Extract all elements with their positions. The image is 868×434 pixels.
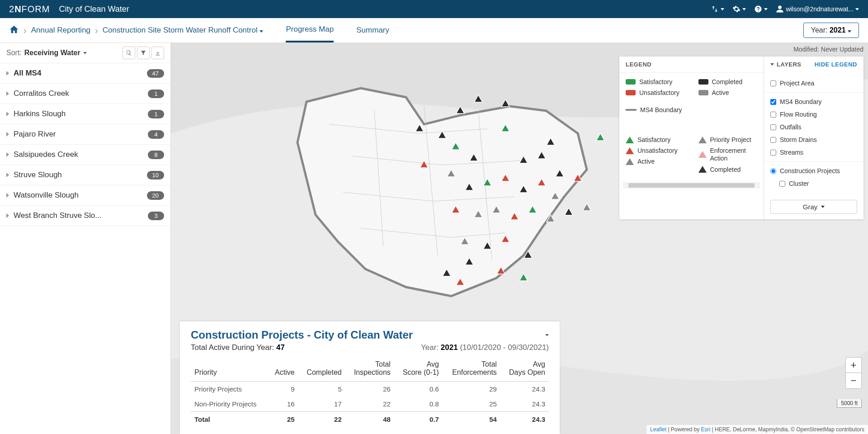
transfer-icon[interactable] [711, 5, 724, 13]
home-icon[interactable] [9, 24, 19, 37]
map[interactable]: Modified: Never Updated LEGEND [171, 43, 868, 434]
layer-toggle[interactable] [770, 99, 776, 105]
basemap-selector[interactable]: Gray [770, 200, 857, 214]
count-badge: 8 [148, 151, 164, 159]
count-badge: 47 [147, 69, 164, 78]
layer-item[interactable]: Outfalls [770, 121, 857, 133]
chevron-right-icon: › [95, 25, 98, 36]
panel-title: Construction Projects - City of Clean Wa… [191, 329, 413, 341]
collapse-icon[interactable] [545, 334, 549, 336]
swatch-satisfactory [626, 79, 636, 85]
legend-panel: LEGEND Satisfactory Unsatisfactory Compl… [619, 57, 863, 219]
expand-icon [6, 173, 9, 177]
sidebar-item[interactable]: Salsipuedes Creek8 [0, 145, 170, 165]
sidebar-item[interactable]: Harkins Slough1 [0, 104, 170, 124]
help-icon[interactable] [754, 5, 768, 13]
table-row: Priority Projects95260.62924.3 [191, 382, 549, 397]
layer-item[interactable]: Cluster [779, 177, 857, 190]
layer-item[interactable]: Construction Projects [770, 165, 857, 177]
item-name: Harkins Slough [14, 109, 148, 118]
count-badge: 20 [147, 191, 164, 200]
zoom-control: + − [845, 357, 862, 389]
zoom-in-button[interactable]: + [846, 358, 861, 373]
triangle-priority-icon [698, 137, 707, 143]
expand-icon [6, 193, 9, 198]
logo: 2NFORM [9, 4, 50, 14]
sort-value[interactable]: Receiving Water [24, 49, 80, 57]
triangle-enforce-icon [698, 151, 707, 158]
table-row: Non-Priority Projects1617220.82524.3 [191, 396, 549, 412]
attribution: Leaflet | Powered by Esri | HERE, DeLorm… [646, 425, 868, 434]
legend-scrollbar[interactable] [623, 182, 760, 189]
sidebar-item[interactable]: All MS447 [0, 63, 170, 84]
tab-summary[interactable]: Summary [356, 19, 389, 42]
layer-toggle[interactable] [770, 150, 776, 156]
triangle-completed-icon [698, 166, 707, 173]
top-bar: 2NFORM City of Clean Water wilson@2ndnat… [0, 0, 868, 18]
layer-toggle[interactable] [770, 137, 776, 143]
user-email: wilson@2ndnaturewat... [786, 5, 854, 13]
layer-toggle[interactable] [770, 168, 776, 174]
item-name: Corralitos Creek [14, 89, 148, 98]
item-name: Salsipuedes Creek [14, 150, 148, 159]
breadcrumb-bar: › Annual Reporting › Construction Site S… [0, 18, 868, 43]
sidebar-item[interactable]: Watsonville Slough20 [0, 185, 170, 206]
count-badge: 10 [147, 171, 164, 179]
swatch-completed [698, 79, 708, 85]
count-badge: 1 [148, 110, 164, 118]
layer-toggle[interactable] [779, 181, 785, 187]
filter-icon[interactable] [137, 47, 150, 59]
layer-item[interactable]: Project Area [770, 77, 857, 90]
sort-row: Sort: Receiving Water [0, 43, 170, 63]
triangle-sat-icon [626, 137, 634, 143]
expand-icon [6, 132, 9, 137]
item-name: Struve Slough [14, 170, 147, 179]
swatch-active [698, 90, 708, 95]
modified-label: Modified: Never Updated [793, 46, 863, 53]
layer-item[interactable]: MS4 Boundary [770, 95, 857, 108]
expand-icon [6, 152, 9, 157]
tab-progress-map[interactable]: Progress Map [286, 18, 334, 42]
table-total-row: Total2522480.75424.3 [191, 412, 549, 427]
search-icon[interactable] [123, 47, 135, 59]
expand-icon [6, 71, 9, 75]
layers-title: LAYERSHIDE LEGEND [764, 57, 863, 72]
year-selector[interactable]: Year: 2021 [803, 23, 859, 38]
breadcrumb-l2[interactable]: Construction Site Storm Water Runoff Con… [103, 26, 264, 35]
triangle-unsat-icon [626, 147, 634, 154]
sidebar-item[interactable]: Corralitos Creek1 [0, 84, 170, 104]
layer-toggle[interactable] [770, 124, 776, 130]
sidebar-item[interactable]: West Branch Struve Slo...3 [0, 206, 170, 226]
zoom-out-button[interactable]: − [846, 373, 861, 388]
count-badge: 4 [148, 130, 164, 139]
item-name: West Branch Struve Slo... [14, 211, 148, 220]
user-menu[interactable]: wilson@2ndnaturewat... [776, 5, 859, 13]
scale-bar: 5000 ft [837, 399, 862, 408]
layer-toggle[interactable] [770, 80, 776, 86]
layer-item[interactable]: Streams [770, 146, 857, 159]
expand-icon [6, 213, 9, 218]
expand-icon [6, 91, 9, 96]
triangle-active-icon [626, 158, 634, 165]
breadcrumb-l1[interactable]: Annual Reporting [31, 26, 90, 35]
sidebar-item[interactable]: Struve Slough10 [0, 165, 170, 185]
sort-label: Sort: [6, 49, 22, 57]
layer-item[interactable]: Flow Routing [770, 108, 857, 121]
chevron-down-icon[interactable] [83, 52, 87, 54]
gear-icon[interactable] [732, 5, 746, 13]
count-badge: 3 [148, 212, 164, 220]
count-badge: 1 [148, 90, 164, 98]
hide-legend-button[interactable]: HIDE LEGEND [815, 61, 857, 68]
city-name: City of Clean Water [59, 5, 129, 14]
download-icon[interactable] [151, 47, 164, 59]
layer-item[interactable]: Storm Drains [770, 133, 857, 146]
chevron-right-icon: › [24, 25, 27, 36]
total-active: Total Active During Year: 47 [191, 343, 285, 352]
summary-table: PriorityActiveCompletedTotalInspectionsA… [191, 358, 549, 427]
item-name: All MS4 [14, 69, 147, 78]
item-name: Watsonville Slough [14, 191, 147, 200]
layer-toggle[interactable] [770, 112, 776, 118]
sidebar: Sort: Receiving Water All MS447Corralito… [0, 43, 171, 434]
sidebar-item[interactable]: Pajaro River4 [0, 124, 170, 145]
summary-panel: Construction Projects - City of Clean Wa… [180, 321, 560, 434]
